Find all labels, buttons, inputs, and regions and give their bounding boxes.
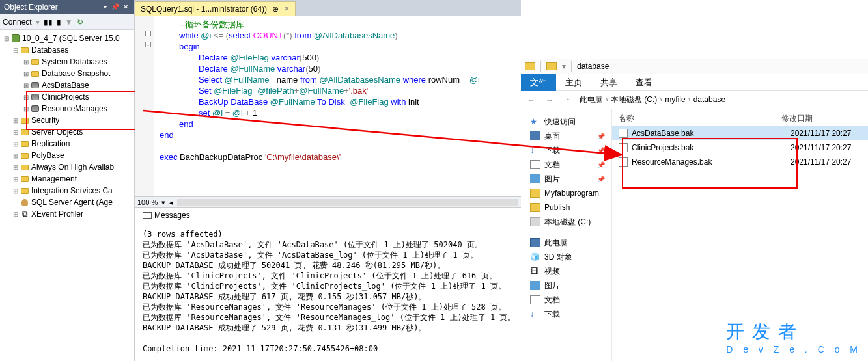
- folder-icon: [21, 129, 29, 135]
- window-title: database: [577, 62, 609, 71]
- file-row[interactable]: AcsDataBase.bak2021/11/17 20:27: [612, 126, 868, 140]
- up-button[interactable]: ↑: [561, 94, 574, 107]
- fold-icon[interactable]: -: [145, 31, 151, 36]
- dropdown-icon[interactable]: ▾: [562, 62, 566, 71]
- watermark: 开 发 者 D e v Z e . C o M: [726, 319, 861, 354]
- nav-desktop[interactable]: 桌面📌: [524, 129, 609, 143]
- object-explorer-title: Object Explorer: [4, 0, 58, 14]
- nav-pictures[interactable]: 图片📌: [524, 172, 609, 186]
- nav-video[interactable]: 🎞视频: [524, 264, 609, 278]
- tree-resource-db-node[interactable]: ⊞ResourceManages: [0, 103, 134, 114]
- file-row[interactable]: ResourceManages.bak2021/11/17 20:27: [612, 155, 868, 169]
- filter-icon[interactable]: ▼: [65, 18, 73, 27]
- nav-documents2[interactable]: 文档: [524, 293, 609, 307]
- tree-db-snapshot-node[interactable]: ⊞Database Snapshot: [0, 68, 134, 79]
- folder-icon: [21, 188, 29, 194]
- scroll-left-icon[interactable]: ◂: [169, 198, 173, 207]
- tree-sql-agent-node[interactable]: SQL Server Agent (Age: [0, 196, 134, 208]
- file-explorer-quick-toolbar: ▾ database: [521, 59, 868, 74]
- document-icon: [530, 160, 540, 169]
- folder-icon: [21, 47, 29, 53]
- pin-icon: 📌: [597, 133, 605, 140]
- zoom-value[interactable]: 100 %: [137, 198, 158, 206]
- pin-icon[interactable]: 📌: [111, 3, 120, 12]
- file-explorer-window: ▾ database 文件 主页 共享 查看 ← → ↑ 此电脑›本地磁盘 (C…: [521, 59, 868, 361]
- editor-file-tab[interactable]: SQLQuery1.sql - 1...ministrator (64)) ⊕ …: [135, 1, 296, 16]
- folder-icon: [21, 165, 29, 170]
- tree-xevent-node[interactable]: ⊞⧉XEvent Profiler: [0, 208, 134, 220]
- column-name[interactable]: 名称: [619, 113, 781, 124]
- folder-icon[interactable]: [525, 62, 535, 70]
- file-explorer-ribbon: 文件 主页 共享 查看: [521, 74, 868, 91]
- profiler-icon: ⧉: [22, 209, 28, 219]
- nav-myfabu[interactable]: Myfabuprogram: [524, 186, 609, 200]
- tree-databases-node[interactable]: ⊟Databases: [0, 44, 134, 56]
- server-icon: [12, 34, 20, 42]
- results-tabs: Messages: [135, 208, 521, 222]
- nav-this-pc[interactable]: 此电脑: [524, 235, 609, 250]
- pictures-icon: [530, 281, 540, 290]
- messages-output[interactable]: (3 rows affected) 已为数据库 'AcsDataBase', 文…: [135, 222, 521, 360]
- nav-disk-c[interactable]: 本地磁盘 (C:): [524, 215, 609, 229]
- forward-button[interactable]: →: [543, 94, 556, 107]
- agent-icon: [21, 199, 28, 206]
- close-icon[interactable]: ✕: [284, 5, 290, 13]
- pin-icon: 📌: [597, 176, 605, 183]
- nav-publish[interactable]: Publish: [524, 200, 609, 215]
- toolbar-icon[interactable]: ▮: [57, 18, 61, 27]
- horizontal-scrollbar[interactable]: [177, 199, 518, 206]
- folder-icon[interactable]: [546, 62, 557, 70]
- ribbon-tab-file[interactable]: 文件: [521, 74, 556, 91]
- tree-clinic-db-node[interactable]: ⊞ClinicProjects: [0, 91, 134, 103]
- nav-quick-access[interactable]: ★快速访问: [524, 114, 609, 129]
- pin-icon: 📌: [597, 147, 605, 154]
- tree-system-db-node[interactable]: ⊞System Databases: [0, 56, 134, 68]
- download-icon: ↓: [530, 146, 540, 155]
- toolbar-icon[interactable]: ▮▮: [44, 18, 53, 27]
- object-explorer-tree: ⊟10_0_4_7 (SQL Server 15.0 ⊟Databases ⊞S…: [0, 30, 134, 222]
- tree-always-on-node[interactable]: ⊞Always On High Availab: [0, 161, 134, 173]
- ribbon-tab-share[interactable]: 共享: [591, 74, 626, 91]
- nav-documents[interactable]: 文档📌: [524, 157, 609, 172]
- object-explorer-toolbar: Connect ▾ ▮▮ ▮ ▼ ↻: [0, 14, 134, 30]
- refresh-icon[interactable]: ↻: [77, 18, 83, 27]
- dropdown-icon[interactable]: ▾: [100, 3, 109, 12]
- nav-downloads[interactable]: ↓下载📌: [524, 143, 609, 157]
- messages-tab[interactable]: Messages: [139, 209, 194, 221]
- tree-server-objects-node[interactable]: ⊞Server Objects: [0, 126, 134, 138]
- pc-icon: [530, 238, 540, 247]
- fold-icon[interactable]: -: [145, 42, 151, 47]
- nav-pictures2[interactable]: 图片: [524, 278, 609, 293]
- tree-acs-db-node[interactable]: ⊞AcsDataBase: [0, 79, 134, 91]
- tree-replication-node[interactable]: ⊞Replication: [0, 138, 134, 150]
- zoom-dropdown-icon[interactable]: ▾: [161, 198, 165, 207]
- file-explorer-nav: ★快速访问 桌面📌 ↓下载📌 文档📌 图片📌 Myfabuprogram Pub…: [521, 109, 612, 361]
- pin-icon[interactable]: ⊕: [272, 5, 279, 14]
- nav-downloads2[interactable]: ↓下载: [524, 307, 609, 321]
- back-button[interactable]: ←: [525, 94, 538, 107]
- tree-polybase-node[interactable]: ⊞PolyBase: [0, 150, 134, 161]
- breadcrumb[interactable]: 此电脑›本地磁盘 (C:)›myfile›database: [580, 94, 725, 105]
- code-text[interactable]: --循环备份数据库 while @i <= (select COUNT(*) f…: [154, 16, 480, 196]
- tree-server-node[interactable]: ⊟10_0_4_7 (SQL Server 15.0: [0, 33, 134, 44]
- connect-button[interactable]: Connect: [3, 18, 32, 27]
- column-modified[interactable]: 修改日期: [781, 113, 813, 124]
- tab-title: SQLQuery1.sql - 1...ministrator (64)): [141, 5, 267, 14]
- code-gutter: - -: [135, 16, 154, 196]
- pin-icon: 📌: [597, 161, 605, 168]
- file-row[interactable]: ClinicProjects.bak2021/11/17 20:27: [612, 140, 868, 155]
- tree-management-node[interactable]: ⊞Management: [0, 173, 134, 185]
- database-icon: [31, 82, 39, 88]
- code-editor[interactable]: - - --循环备份数据库 while @i <= (select COUNT(…: [135, 16, 521, 196]
- folder-icon: [31, 59, 39, 65]
- tree-security-node[interactable]: ⊞Security: [0, 114, 134, 126]
- file-list-header[interactable]: 名称 修改日期: [612, 112, 868, 126]
- nav-3d[interactable]: 🧊3D 对象: [524, 250, 609, 264]
- ribbon-tab-home[interactable]: 主页: [556, 74, 591, 91]
- close-icon[interactable]: ✕: [121, 3, 130, 12]
- editor-panel: SQLQuery1.sql - 1...ministrator (64)) ⊕ …: [135, 0, 521, 361]
- database-icon: [31, 105, 39, 112]
- tree-integration-node[interactable]: ⊞Integration Services Ca: [0, 185, 134, 196]
- disk-icon: [530, 217, 540, 226]
- ribbon-tab-view[interactable]: 查看: [626, 74, 662, 91]
